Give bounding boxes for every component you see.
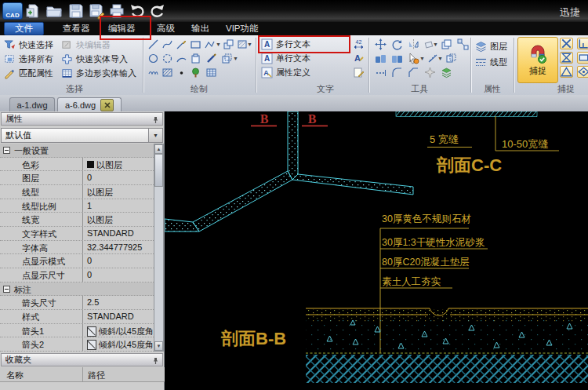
group-general-settings[interactable]: 一般设置 <box>0 144 154 158</box>
property-row-point-mode[interactable]: 点显示模式 0 <box>0 254 154 268</box>
tool-chamfer-icon[interactable] <box>408 67 419 78</box>
property-row-text-style[interactable]: 文字样式 STANDARD <box>0 227 154 241</box>
menu-file[interactable]: 文件 <box>4 22 44 35</box>
snap-intersection-icon[interactable] <box>560 38 573 49</box>
property-row-layer[interactable]: 图层 0 <box>0 171 154 185</box>
text-style-icon[interactable]: A <box>353 53 365 64</box>
tool-mirror-icon[interactable] <box>408 38 419 50</box>
svg-text:30厚1:3干硬性水泥砂浆: 30厚1:3干硬性水泥砂浆 <box>382 237 485 248</box>
preset-dropdown[interactable]: 默认值 ▼ <box>1 128 163 143</box>
tool-explode-icon[interactable] <box>424 67 436 78</box>
linetype-button[interactable]: 线型 <box>475 56 507 68</box>
property-row-linetype[interactable]: 线型 以图层 <box>0 185 154 199</box>
drawing-canvas[interactable]: B B 10-50宽缝 5 宽缝 剖面C-C 30厚黄色不规则石材 30厚1:3… <box>165 111 588 390</box>
select-all-button[interactable]: 选择所有 <box>4 53 53 65</box>
tool-copy-icon[interactable] <box>441 38 452 50</box>
column-path[interactable]: 路径 <box>88 370 105 381</box>
tool-array-icon[interactable] <box>457 38 469 50</box>
property-row-point-size[interactable]: 点显示尺寸 0 <box>0 268 154 282</box>
snap-apparent-icon[interactable] <box>560 52 573 64</box>
draw-circle-icon[interactable] <box>147 53 159 64</box>
snap-toggle-button[interactable]: 捕捉 <box>517 37 558 83</box>
draw-circle2-icon[interactable] <box>162 53 173 64</box>
svg-text:B: B <box>260 112 269 126</box>
pin-icon[interactable] <box>151 115 159 123</box>
quick-select-button[interactable]: 快速选择 <box>4 38 53 51</box>
tool-select-point-icon[interactable] <box>408 53 419 64</box>
property-row-arrow-size[interactable]: 箭头尺寸 2.5 <box>0 296 154 310</box>
snap-perpendicular-icon[interactable] <box>577 38 588 49</box>
property-row-lineweight[interactable]: 线宽 以图层 <box>0 213 154 227</box>
edit-text-icon[interactable] <box>353 67 365 78</box>
pin-icon[interactable] <box>151 356 159 364</box>
tool-copy-props-icon[interactable] <box>445 53 457 64</box>
draw-spline-icon[interactable] <box>162 38 173 50</box>
draw-point-icon[interactable] <box>176 67 187 78</box>
attribute-define-button[interactable]: A 属性定义 <box>261 66 310 78</box>
draw-hatch-icon[interactable] <box>162 67 173 78</box>
tool-scale2-icon[interactable] <box>391 53 403 64</box>
stamp-dropdown-caret[interactable]: ▼ <box>247 38 252 50</box>
close-tab-icon[interactable] <box>100 99 114 111</box>
group-label: 标注 <box>14 284 31 296</box>
draw-insert-block-icon[interactable] <box>223 38 234 50</box>
select-point-dropdown-caret[interactable]: ▼ <box>419 53 425 64</box>
new-file-icon[interactable] <box>24 2 41 20</box>
save-icon[interactable] <box>67 2 85 20</box>
region-dropdown-caret[interactable]: ▼ <box>233 53 238 64</box>
property-row-arrow2[interactable]: 箭头2 倾斜/以45度角 <box>0 337 154 352</box>
text-width-icon[interactable]: 42 <box>353 38 365 50</box>
menu-viewer[interactable]: 查看器 <box>60 23 93 35</box>
draw-brush-icon[interactable] <box>205 53 217 64</box>
tool-move-icon[interactable] <box>375 38 387 50</box>
tool-rotate-icon[interactable] <box>391 38 403 50</box>
single-text-button[interactable]: A 单行文本 <box>261 52 310 64</box>
collapse-icon[interactable] <box>3 147 10 154</box>
polyline-dropdown-caret[interactable]: ▼ <box>216 38 221 50</box>
erase-dropdown-caret[interactable]: ▼ <box>433 38 438 50</box>
scrollbar[interactable]: ▲ ▼ <box>154 144 164 352</box>
scrollbar-thumb[interactable] <box>154 154 163 187</box>
scroll-up-icon[interactable]: ▲ <box>154 144 163 154</box>
draw-revcloud-icon[interactable] <box>147 67 159 78</box>
property-row-linetype-scale[interactable]: 线型比例 1 <box>0 199 154 213</box>
tool-layers-merge-icon[interactable] <box>441 67 452 78</box>
draw-image-icon[interactable] <box>190 67 201 78</box>
snap-midpoint-icon[interactable] <box>560 66 573 78</box>
menu-vip[interactable]: VIP功能 <box>223 23 262 35</box>
draw-region-icon[interactable] <box>221 53 233 64</box>
draw-paste-icon[interactable] <box>190 53 201 64</box>
polygon-entity-input-button[interactable]: 多边形实体输入 <box>61 67 136 79</box>
draw-rectangle-icon[interactable] <box>190 38 201 50</box>
draw-table-icon[interactable] <box>205 67 217 78</box>
measure-dropdown-caret[interactable]: ▼ <box>437 53 443 64</box>
tool-align-icon[interactable] <box>375 67 387 78</box>
tool-fillet-icon[interactable] <box>391 67 403 78</box>
draw-line-icon[interactable] <box>147 38 159 50</box>
property-row-arrow1[interactable]: 箭头1 倾斜/以45度角 <box>0 324 154 338</box>
column-name[interactable]: 名称 <box>6 370 24 381</box>
snap-quadrant-icon[interactable] <box>577 66 588 78</box>
property-row-font-height[interactable]: 字体高 32.344777925 <box>0 241 154 255</box>
quick-entity-import-button[interactable]: 快速实体导入 <box>61 53 128 65</box>
redo-icon[interactable] <box>149 2 166 20</box>
annotation-box-mtext <box>258 35 350 53</box>
property-row-dim-style[interactable]: 样式 STANDARD <box>0 310 154 324</box>
collapse-icon[interactable] <box>3 286 10 293</box>
chevron-down-icon[interactable]: ▼ <box>148 129 162 142</box>
draw-sketch-icon[interactable] <box>176 38 187 50</box>
match-properties-button[interactable]: 匹配属性 <box>4 67 53 79</box>
menu-advanced[interactable]: 高级 <box>154 23 178 35</box>
layer-button[interactable]: 图层 <box>475 40 507 53</box>
scroll-down-icon[interactable]: ▼ <box>154 341 163 351</box>
tab-a1-dwg[interactable]: a-1.dwg <box>9 97 55 111</box>
open-file-icon[interactable] <box>45 2 63 20</box>
draw-polyline-icon[interactable] <box>204 38 216 50</box>
tab-a6-dwg[interactable]: a-6.dwg <box>57 97 122 111</box>
menu-output[interactable]: 输出 <box>188 23 212 35</box>
snap-extension-icon[interactable] <box>577 52 588 64</box>
draw-arc-icon[interactable] <box>176 53 187 64</box>
tool-scale-icon[interactable] <box>375 53 387 64</box>
property-row-color[interactable]: 色彩 以图层 <box>0 158 154 172</box>
group-dimension[interactable]: 标注 <box>0 282 154 297</box>
